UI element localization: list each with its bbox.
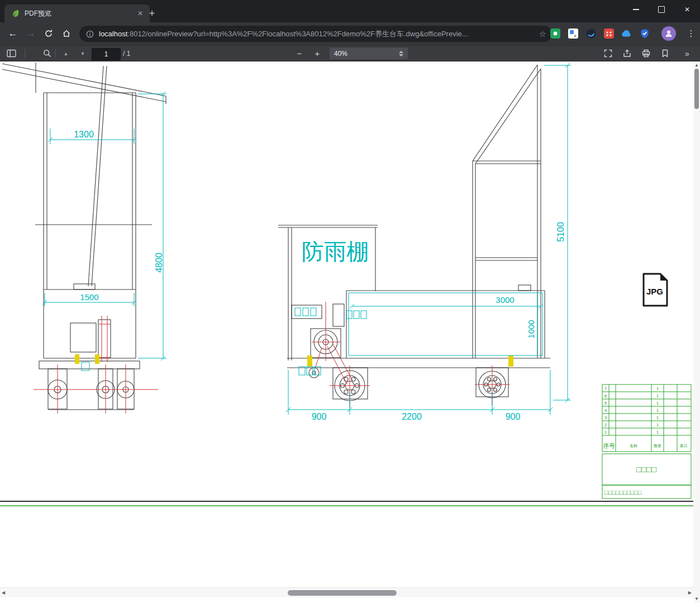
browser-menu-icon[interactable]: ⋮ xyxy=(684,26,698,41)
zoom-out-button[interactable]: − xyxy=(293,47,306,60)
row-no: 3 xyxy=(604,415,607,420)
presentation-mode-button[interactable] xyxy=(601,47,615,60)
horizontal-scroll-thumb[interactable] xyxy=(288,590,397,596)
tab-title: PDF预览 xyxy=(25,9,131,18)
profile-avatar[interactable] xyxy=(661,26,676,41)
scroll-up-icon[interactable]: ▲ xyxy=(694,63,699,68)
zoom-in-button[interactable]: + xyxy=(311,47,324,60)
header-qty: 数量 xyxy=(654,444,661,448)
row-no: 6 xyxy=(604,393,607,398)
extension-glyph xyxy=(604,29,614,39)
extension-icon-red-grid[interactable] xyxy=(603,28,615,39)
previous-page-button[interactable]: ▲ xyxy=(59,47,73,60)
page-number-input[interactable] xyxy=(92,48,121,60)
back-button[interactable]: ← xyxy=(4,25,21,42)
sidebar-toggle-icon xyxy=(7,49,16,58)
find-button[interactable] xyxy=(40,47,54,60)
pdf-page-view: 1300 4800 1500 xyxy=(0,61,693,603)
forward-button[interactable]: → xyxy=(22,25,39,42)
wheelbase-label: 2200 xyxy=(402,412,422,421)
scroll-left-icon[interactable]: ◀ xyxy=(2,591,5,595)
drawing-number-text: □□□□□□□□□□ xyxy=(604,489,642,496)
page-up-icon: ▲ xyxy=(64,51,69,56)
extension-icon-cloud[interactable] xyxy=(621,28,632,39)
jpg-file-icon: JPG xyxy=(644,274,667,306)
dim-height-label: 4800 xyxy=(154,253,164,273)
extension-icon-green[interactable] xyxy=(550,28,561,39)
shield-icon xyxy=(640,29,649,39)
open-file-button[interactable] xyxy=(620,47,634,60)
select-arrows-icon xyxy=(399,51,403,56)
extension-glyph xyxy=(550,29,560,39)
extension-glyph xyxy=(568,29,578,39)
front-overhang-label: 900 xyxy=(312,412,327,421)
row-no: 5 xyxy=(604,401,607,406)
search-icon xyxy=(43,49,51,58)
reload-button[interactable] xyxy=(40,25,57,42)
cloud-icon xyxy=(621,29,632,38)
row-qty: 1 xyxy=(656,430,659,435)
body-height-label: 1000 xyxy=(526,320,536,338)
page-total-label: / 1 xyxy=(123,50,130,58)
sidebar-toggle-button[interactable] xyxy=(4,47,18,60)
front-view: 1300 4800 1500 xyxy=(2,63,166,414)
header-note: 备注 xyxy=(680,443,688,448)
zoom-value: 40% xyxy=(334,50,347,58)
maximize-icon xyxy=(658,6,665,13)
sheet-border xyxy=(0,501,693,506)
toolbar-divider xyxy=(55,49,56,58)
print-button[interactable] xyxy=(639,47,653,60)
pdf-toolbar: ▲ ▼ / 1 − + 40% » xyxy=(0,45,700,61)
row-qty: 1 xyxy=(656,408,659,413)
vertical-scrollbar[interactable]: ▲ ▼ xyxy=(693,61,700,603)
minimize-button[interactable] xyxy=(623,0,649,19)
extension-icon-shield[interactable] xyxy=(639,28,650,39)
close-button[interactable]: ✕ xyxy=(674,0,700,19)
fullscreen-icon xyxy=(604,49,612,58)
row-no: 7 xyxy=(604,386,607,391)
bookmark-button[interactable] xyxy=(658,47,672,60)
vertical-scroll-thumb[interactable] xyxy=(694,69,699,109)
minimize-icon xyxy=(633,9,639,10)
toolbar-divider xyxy=(25,49,25,58)
print-icon xyxy=(642,49,650,58)
new-tab-button[interactable]: + xyxy=(144,6,160,21)
side-view: 防雨棚 5100 3000 1000 900 2200 900 xyxy=(278,63,571,421)
row-no: 1 xyxy=(604,430,607,435)
extension-glyph xyxy=(586,29,596,39)
scroll-right-icon[interactable]: ▶ xyxy=(688,591,692,595)
row-qty: 1 xyxy=(656,393,659,398)
browser-toolbar: ← → localhost:8012/onlinePreview?url=htt… xyxy=(0,22,700,45)
person-icon xyxy=(664,29,673,38)
browser-tab[interactable]: PDF预览 ✕ xyxy=(4,4,150,22)
browser-window: PDF预览 ✕ + ✕ ← → localhost:8012/onlinePre… xyxy=(0,0,700,603)
bookmark-star-icon[interactable]: ☆ xyxy=(539,29,546,39)
more-tools-button[interactable]: » xyxy=(680,47,694,60)
next-page-button[interactable]: ▼ xyxy=(76,47,89,60)
address-bar[interactable]: localhost:8012/onlinePreview?url=http%3A… xyxy=(79,26,552,42)
extension-icon-translate[interactable] xyxy=(568,28,579,39)
side-dim-height-label: 5100 xyxy=(556,222,565,242)
home-icon xyxy=(62,29,71,38)
window-controls: ✕ xyxy=(623,0,700,19)
home-button[interactable] xyxy=(58,25,75,42)
row-qty: 1 xyxy=(656,401,659,406)
canopy-label: 防雨棚 xyxy=(302,239,369,264)
dim-inner-width-label: 1500 xyxy=(80,292,98,302)
body-width-label: 3000 xyxy=(496,295,514,305)
upload-box-icon xyxy=(623,49,631,58)
horizontal-scrollbar[interactable]: ◀ ▶ xyxy=(0,587,693,597)
bookmark-icon xyxy=(661,49,669,58)
row-qty: 1 xyxy=(656,422,659,428)
extension-icon-dark-circle[interactable] xyxy=(585,28,597,39)
jpg-badge-label: JPG xyxy=(646,287,663,296)
zoom-select[interactable]: 40% xyxy=(330,48,408,59)
row-qty: 1 xyxy=(656,386,659,391)
dim-top-width-label: 1300 xyxy=(74,130,94,139)
row-no: 2 xyxy=(604,422,607,428)
header-seq: 序号 xyxy=(603,443,615,449)
maximize-button[interactable] xyxy=(649,0,674,19)
url-text: localhost:8012/onlinePreview?url=http%3A… xyxy=(99,29,534,39)
spring-leaf-favicon xyxy=(11,9,20,18)
scroll-down-icon[interactable]: ▼ xyxy=(694,597,699,601)
